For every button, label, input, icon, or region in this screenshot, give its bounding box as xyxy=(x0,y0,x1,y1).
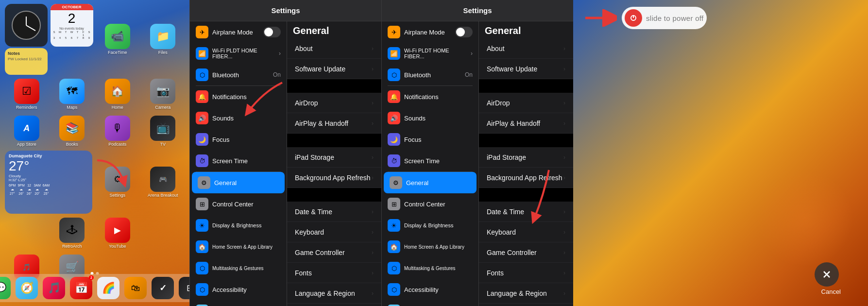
label-focus: Focus xyxy=(212,136,281,143)
general-item-airdrop-2[interactable]: AirDrop › xyxy=(479,93,573,113)
settings-item-screentime[interactable]: ⏱ Screen Time xyxy=(190,150,287,171)
general-item-bgrefresh-2[interactable]: Background App Refresh › xyxy=(479,168,573,188)
general-item-dictionary-2[interactable]: Dictionary › xyxy=(479,304,573,306)
general-item-bgrefresh[interactable]: Background App Refresh › xyxy=(287,168,381,188)
app-icon-files[interactable]: 📁 Files xyxy=(141,4,185,75)
settings-item-general-2[interactable]: ⚙ General xyxy=(384,172,477,193)
settings-item-homescreen-2[interactable]: 🏠 Home Screen & App Library xyxy=(382,236,478,257)
dock-icon-safari[interactable]: 🧭 xyxy=(16,277,38,299)
app-icon-camera[interactable]: 📷 Camera xyxy=(141,77,185,112)
settings-item-display[interactable]: ☀ Display & Brightness xyxy=(190,215,287,236)
app-icon-arena[interactable]: 🎮 Arena Breakout xyxy=(141,151,185,214)
dock-icon-music[interactable]: 🎵 xyxy=(43,277,65,299)
app-icon-img-youtube: ▶ xyxy=(105,218,130,243)
settings-item-airplane[interactable]: ✈ Airplane Mode xyxy=(190,21,287,43)
chevron-fonts-2: › xyxy=(563,270,565,276)
general-item-airplay-2[interactable]: AirPlay & Handoff › xyxy=(479,113,573,134)
widget-clock[interactable] xyxy=(5,4,48,47)
general-item-datetime-2[interactable]: Date & Time › xyxy=(479,202,573,222)
general-item-languageregion-2[interactable]: Language & Region › xyxy=(479,283,573,304)
settings-item-wifi[interactable]: 📶 Wi-Fi PLDT HOME FIBER... › xyxy=(190,43,287,64)
settings-item-accessibility[interactable]: ⬡ Accessibility xyxy=(190,279,287,300)
settings-item-airplane-2[interactable]: ✈ Airplane Mode xyxy=(382,21,478,43)
app-icon-tv[interactable]: 📺 TV xyxy=(141,114,185,149)
icon-display-2: ☀ xyxy=(388,219,400,232)
settings-item-controlcenter-2[interactable]: ⊞ Control Center xyxy=(382,193,478,215)
icon-multitasking: ⬡ xyxy=(196,262,208,274)
power-off-slider[interactable]: slide to power off xyxy=(622,7,707,29)
general-item-airdrop[interactable]: AirDrop › xyxy=(287,93,381,113)
chevron-keyboard-2: › xyxy=(563,229,565,236)
dock-icon-apps[interactable]: ⊞ xyxy=(179,277,189,299)
icon-notifications-2: 🔔 xyxy=(388,90,400,103)
app-icon-img-tv: 📺 xyxy=(150,116,175,141)
widget-notes[interactable]: Notes PW Locked 11/1/22 xyxy=(5,48,48,75)
label-controlcenter-2: Control Center xyxy=(404,201,473,208)
app-icon-appstore[interactable]: A App Store xyxy=(5,114,49,149)
settings-item-display-2[interactable]: ☀ Display & Brightness xyxy=(382,215,478,236)
app-icon-img-camera: 📷 xyxy=(150,79,175,104)
settings-item-accessibility-2[interactable]: ⬡ Accessibility xyxy=(382,279,478,300)
app-icon-home[interactable]: 🏠 Home xyxy=(96,77,139,112)
general-item-softwareupdate[interactable]: Software Update › xyxy=(287,59,381,79)
app-icon-podcasts[interactable]: 🎙 Podcasts xyxy=(96,114,139,149)
settings-item-bluetooth-2[interactable]: ⬡ Bluetooth On xyxy=(382,64,478,85)
general-item-about-2[interactable]: About › xyxy=(479,38,573,59)
widget-weather[interactable]: Dumaguete City 27° Cloudy H:32°·L:25° 6P… xyxy=(5,151,92,214)
toggle-airplane-2[interactable] xyxy=(455,27,473,37)
power-button[interactable] xyxy=(625,9,642,27)
app-icon-maps[interactable]: 🗺 Maps xyxy=(51,77,94,112)
general-item-ipadstorage[interactable]: iPad Storage › xyxy=(287,147,381,168)
dock-icon-shopee[interactable]: 🛍 xyxy=(124,277,147,299)
general-item-keyboard[interactable]: Keyboard › xyxy=(287,222,381,242)
settings-item-notifications[interactable]: 🔔 Notifications xyxy=(190,86,287,107)
settings-item-focus-2[interactable]: 🌙 Focus xyxy=(382,129,478,150)
general-item-softwareupdate-2[interactable]: Software Update › xyxy=(479,59,573,79)
settings-item-sounds-2[interactable]: 🔊 Sounds xyxy=(382,107,478,129)
general-item-keyboard-2[interactable]: Keyboard › xyxy=(479,222,573,242)
general-item-fonts[interactable]: Fonts › xyxy=(287,263,381,283)
settings-item-multitasking[interactable]: ⬡ Multitasking & Gestures xyxy=(190,257,287,279)
dock-icon-messages[interactable]: 💬 xyxy=(0,277,11,299)
cancel-button[interactable] xyxy=(815,262,839,287)
app-icon-books[interactable]: 📚 Books xyxy=(51,114,94,149)
dock-icon-calendar[interactable]: 📅 2 xyxy=(70,277,92,299)
app-icon-youtube[interactable]: ▶ YouTube xyxy=(96,216,139,251)
settings-item-wallpaper[interactable]: 🖼 Wallpaper xyxy=(190,300,287,306)
settings-item-focus[interactable]: 🌙 Focus xyxy=(190,129,287,150)
settings-item-wallpaper-2[interactable]: 🖼 Wallpaper xyxy=(382,300,478,306)
dock-icon-nike[interactable]: ✓ xyxy=(152,277,174,299)
app-label-facetime: FaceTime xyxy=(108,50,127,55)
general-item-ipadstorage-2[interactable]: iPad Storage › xyxy=(479,147,573,168)
chevron-airplay-2: › xyxy=(563,120,565,127)
general-item-about[interactable]: About › xyxy=(287,38,381,59)
general-item-languageregion[interactable]: Language & Region › xyxy=(287,283,381,304)
label-display: Display & Brightness xyxy=(212,222,281,228)
settings-item-wifi-2[interactable]: 📶 Wi-Fi PLDT HOME FIBER... › xyxy=(382,43,478,64)
settings-item-screentime-2[interactable]: ⏱ Screen Time xyxy=(382,150,478,171)
dock-icon-photos[interactable]: 🌈 xyxy=(97,277,119,299)
app-icon-facetime[interactable]: 📹 FaceTime xyxy=(96,4,139,75)
settings-item-notifications-2[interactable]: 🔔 Notifications xyxy=(382,86,478,107)
general-item-fonts-2[interactable]: Fonts › xyxy=(479,263,573,283)
general-item-airplay[interactable]: AirPlay & Handoff › xyxy=(287,113,381,134)
widget-calendar[interactable]: OCTOBER 2 No events today SMTWTFS 1 3456… xyxy=(51,4,93,47)
chevron-about: › xyxy=(372,45,374,52)
chevron-wifi-2: › xyxy=(471,50,473,57)
settings-item-bluetooth[interactable]: ⬡ Bluetooth On xyxy=(190,64,287,85)
settings-item-controlcenter[interactable]: ⊞ Control Center xyxy=(190,193,287,215)
app-icon-reminders[interactable]: ☑ Reminders xyxy=(5,77,49,112)
general-item-datetime[interactable]: Date & Time › xyxy=(287,202,381,222)
app-label-retro: RetroArch xyxy=(62,244,82,249)
general-item-gamecontroller[interactable]: Game Controller › xyxy=(287,242,381,263)
general-item-dictionary[interactable]: Dictionary › xyxy=(287,304,381,306)
settings-item-general[interactable]: ⚙ General xyxy=(192,172,285,193)
settings-item-multitasking-2[interactable]: ⬡ Multitasking & Gestures xyxy=(382,257,478,279)
home-app-grid: Notes PW Locked 11/1/22 OCTOBER 2 No eve… xyxy=(0,0,189,277)
app-icon-settings[interactable]: ⚙ Settings xyxy=(96,151,139,214)
settings-item-sounds[interactable]: 🔊 Sounds xyxy=(190,107,287,129)
general-item-gamecontroller-2[interactable]: Game Controller › xyxy=(479,242,573,263)
app-icon-retro[interactable]: 🕹 RetroArch xyxy=(51,216,94,251)
toggle-airplane[interactable] xyxy=(263,27,281,37)
settings-item-homescreen[interactable]: 🏠 Home Screen & App Library xyxy=(190,236,287,257)
